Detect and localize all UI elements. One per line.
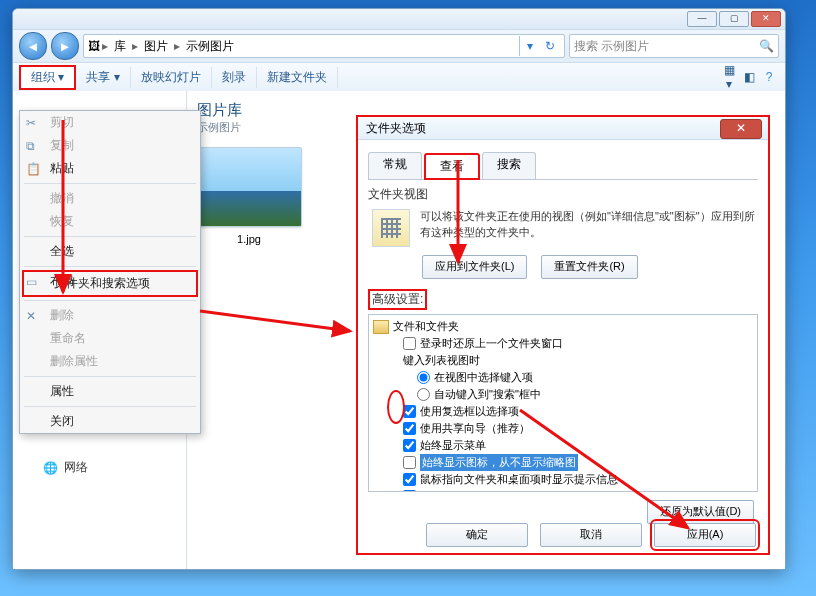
organize-button[interactable]: 组织 ▾ [19,65,76,90]
copy-icon: ⧉ [26,139,35,153]
minimize-button[interactable]: — [687,11,717,27]
share-button[interactable]: 共享 ▾ [76,67,130,88]
menu-rename[interactable]: 重命名 [20,327,200,350]
menu-close[interactable]: 关闭 [20,410,200,433]
advanced-tree[interactable]: 文件和文件夹 登录时还原上一个文件夹窗口 键入列表视图时 在视图中选择键入项 自… [368,314,758,492]
breadcrumb-item[interactable]: 示例图片 [182,38,238,55]
titlebar: — ▢ ✕ [13,9,785,30]
burn-button[interactable]: 刻录 [212,67,257,88]
tree-item: 鼠标指向文件夹和桌面项时显示提示信息 [373,471,753,488]
tree-item: 使用复选框以选择项 [373,403,753,420]
folder-view-desc: 可以将该文件夹正在使用的视图（例如"详细信息"或"图标"）应用到所有这种类型的文… [420,209,758,247]
tree-item: 自动键入到"搜索"框中 [373,386,753,403]
back-button[interactable]: ◄ [19,32,47,60]
tree-item: 在视图中选择键入项 [373,369,753,386]
help-icon[interactable]: ? [759,70,779,84]
cancel-button[interactable]: 取消 [540,523,642,547]
dialog-titlebar: 文件夹选项 ✕ [358,117,768,140]
folder-icon [373,320,389,334]
view-mode-icon[interactable]: ▦ ▾ [719,63,739,91]
dropdown-icon[interactable]: ▾ [520,36,540,56]
thumbnail-image [196,147,302,227]
menu-copy[interactable]: ⧉复制 [20,134,200,157]
advanced-heading: 高级设置: [368,289,427,310]
dialog-tabs: 常规 查看 搜索 [368,152,758,180]
nav-row: ◄ ► 🖼 ▸ 库 ▸ 图片 ▸ 示例图片 ▾ ↻ 搜索 示例图片 🔍 [13,30,785,63]
delete-icon: ✕ [26,309,36,323]
tab-general[interactable]: 常规 [368,152,422,179]
folder-view-icon [372,209,410,247]
thumbnail[interactable]: 1.jpg [197,147,301,245]
menu-properties[interactable]: 属性 [20,380,200,403]
menu-redo[interactable]: 恢复 [20,210,200,233]
tab-search[interactable]: 搜索 [482,152,536,179]
search-icon: 🔍 [759,39,774,53]
toolbar: 组织 ▾ 共享 ▾ 放映幻灯片 刻录 新建文件夹 ▦ ▾ ◧ ? [13,63,785,92]
ok-button[interactable]: 确定 [426,523,528,547]
menu-undo[interactable]: 撤消 [20,187,200,210]
search-placeholder: 搜索 示例图片 [574,38,649,55]
organize-menu: ✂剪切 ⧉复制 📋粘贴 撤消 恢复 全选 ▭布局 文件夹和搜索选项 ✕删除 重命… [19,110,201,434]
network-node[interactable]: 🌐 网络 [43,459,88,476]
slideshow-button[interactable]: 放映幻灯片 [131,67,212,88]
dialog-close-button[interactable]: ✕ [720,119,762,139]
menu-paste[interactable]: 📋粘贴 [20,157,200,180]
close-button[interactable]: ✕ [751,11,781,27]
tree-root: 文件和文件夹 [373,318,753,335]
menu-cut[interactable]: ✂剪切 [20,111,200,134]
reset-folders-button[interactable]: 重置文件夹(R) [541,255,637,279]
folder-options-dialog: 文件夹选项 ✕ 常规 查看 搜索 文件夹视图 可以将该文件夹正在使用的视图（例如… [356,115,770,555]
tree-item: 键入列表视图时 [373,352,753,369]
preview-pane-icon[interactable]: ◧ [739,70,759,84]
apply-to-folders-button[interactable]: 应用到文件夹(L) [422,255,527,279]
cut-icon: ✂ [26,116,36,130]
menu-delete[interactable]: ✕删除 [20,304,200,327]
paste-icon: 📋 [26,162,41,176]
network-icon: 🌐 [43,461,58,475]
tree-item: 始终显示菜单 [373,437,753,454]
tab-view[interactable]: 查看 [424,153,480,180]
restore-defaults-button[interactable]: 还原为默认值(D) [647,500,754,524]
menu-remove-props[interactable]: 删除属性 [20,350,200,373]
maximize-button[interactable]: ▢ [719,11,749,27]
tree-item: 登录时还原上一个文件夹窗口 [373,335,753,352]
tree-item: 使用共享向导（推荐） [373,420,753,437]
newfolder-button[interactable]: 新建文件夹 [257,67,338,88]
menu-selectall[interactable]: 全选 [20,240,200,263]
breadcrumb-item[interactable]: 库 [110,38,130,55]
apply-button[interactable]: 应用(A) [654,523,756,547]
forward-button[interactable]: ► [51,32,79,60]
thumbnail-caption: 1.jpg [237,233,261,245]
breadcrumb[interactable]: 🖼 ▸ 库 ▸ 图片 ▸ 示例图片 ▾ ↻ [83,34,565,58]
search-input[interactable]: 搜索 示例图片 🔍 [569,34,779,58]
annotation-circle [387,390,405,424]
refresh-icon[interactable]: ↻ [540,36,560,56]
menu-folder-options[interactable]: 文件夹和搜索选项 [24,272,196,295]
tree-item: 显示驱动器号 [373,488,753,492]
dialog-title: 文件夹选项 [366,120,426,137]
folder-icon: 🖼 [88,39,100,53]
folder-view-heading: 文件夹视图 [368,186,758,203]
breadcrumb-item[interactable]: 图片 [140,38,172,55]
tree-item-highlighted: 始终显示图标，从不显示缩略图 [373,454,753,471]
